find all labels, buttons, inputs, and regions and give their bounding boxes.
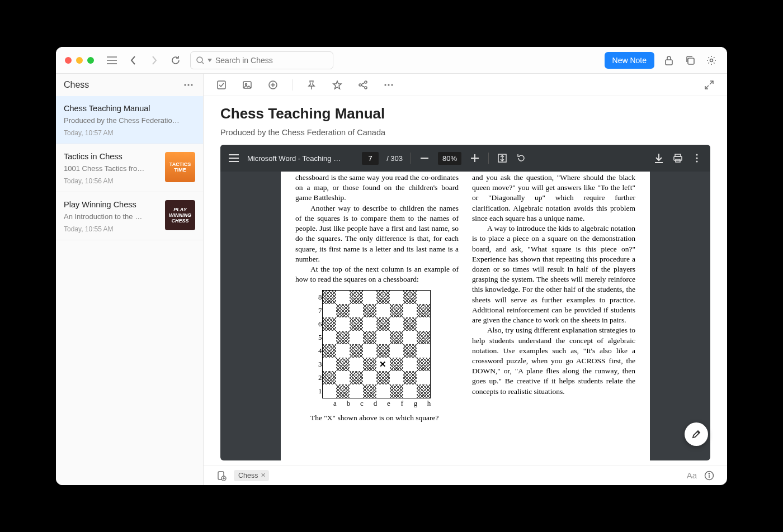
- svg-point-43: [696, 154, 697, 155]
- image-icon[interactable]: [240, 78, 254, 92]
- zoom-out-icon[interactable]: [419, 153, 430, 164]
- note-thumbnail: TACTICS TIME: [165, 152, 195, 182]
- info-icon[interactable]: [702, 469, 716, 482]
- pdf-text: chessboard is the same way you read the …: [295, 173, 459, 203]
- svg-line-28: [710, 81, 713, 84]
- pdf-viewer: Microsoft Word - Teaching … / 303 80%: [220, 145, 710, 460]
- share-icon[interactable]: [356, 78, 370, 92]
- pdf-text: Another way to describe to children the …: [295, 203, 459, 264]
- note-title: Chess Teaching Manual: [64, 104, 195, 113]
- svg-rect-6: [666, 60, 672, 65]
- pdf-document-title: Microsoft Word - Teaching …: [247, 154, 341, 163]
- svg-point-25: [384, 84, 386, 86]
- pdf-text: At the top of the next column is an exam…: [295, 264, 459, 284]
- svg-line-4: [202, 62, 204, 64]
- pdf-menu-icon[interactable]: [228, 153, 239, 164]
- note-subtitle: 1001 Chess Tactics fro…: [64, 164, 159, 173]
- note-content: Chess Teaching Manual Produced by the Ch…: [204, 96, 727, 465]
- note-subtitle: An Introduction to the …: [64, 212, 159, 221]
- star-icon[interactable]: [331, 78, 344, 92]
- maximize-window-button[interactable]: [87, 57, 94, 64]
- pdf-page-total: / 303: [386, 154, 403, 163]
- edit-fab[interactable]: [685, 422, 708, 446]
- sidebar-more-icon[interactable]: [182, 78, 195, 92]
- note-item-play-winning-chess[interactable]: Play Winning Chess An Introduction to th…: [56, 192, 203, 240]
- chevron-down-icon: [207, 59, 212, 62]
- tag-chip[interactable]: Chess ✕: [234, 470, 269, 481]
- svg-line-29: [705, 86, 709, 89]
- document-title: Chess Teaching Manual: [220, 105, 710, 122]
- svg-marker-5: [207, 59, 212, 62]
- document-subtitle: Produced by the Chess Federation of Cana…: [220, 128, 710, 137]
- svg-marker-19: [333, 81, 341, 89]
- note-time: Today, 10:55 AM: [64, 225, 159, 233]
- pdf-text: and you ask the question, "Where should …: [472, 173, 635, 224]
- svg-rect-41: [674, 156, 682, 160]
- checklist-icon[interactable]: [215, 78, 228, 92]
- note-footer: Chess ✕ Aa: [204, 465, 727, 485]
- add-icon[interactable]: [266, 78, 280, 92]
- svg-point-3: [197, 57, 202, 63]
- svg-point-9: [184, 84, 186, 86]
- pdf-zoom-level[interactable]: 80%: [438, 152, 461, 165]
- pdf-text: Also, try using different explanation st…: [472, 325, 635, 397]
- nav-forward-button[interactable]: [148, 54, 161, 67]
- app-window: New Note Chess Chess Teaching Manual: [56, 47, 727, 485]
- note-title: Play Winning Chess: [64, 200, 159, 209]
- expand-icon[interactable]: [702, 78, 716, 92]
- fit-page-icon[interactable]: [497, 153, 508, 164]
- pin-icon[interactable]: [305, 78, 318, 92]
- svg-point-45: [696, 160, 697, 162]
- tag-label: Chess: [238, 472, 258, 479]
- pdf-page-input[interactable]: [362, 152, 379, 165]
- sidebar-toggle-icon[interactable]: [105, 54, 119, 67]
- svg-point-27: [391, 84, 393, 86]
- new-note-button[interactable]: New Note: [605, 52, 654, 69]
- note-subtitle: Produced by the Chess Federatio…: [64, 116, 195, 125]
- svg-point-22: [365, 87, 367, 89]
- minimize-window-button[interactable]: [76, 57, 83, 64]
- note-item-tactics-in-chess[interactable]: Tactics in Chess 1001 Chess Tactics fro……: [56, 144, 203, 192]
- close-window-button[interactable]: [65, 57, 72, 64]
- svg-point-20: [359, 84, 361, 86]
- main: Chess Teaching Manual Produced by the Ch…: [204, 74, 727, 485]
- note-list: Chess Teaching Manual Produced by the Ch…: [56, 96, 203, 485]
- note-thumbnail: PLAY WINNING CHESS: [165, 200, 195, 230]
- notebook-title: Chess: [64, 80, 89, 90]
- text-style-button[interactable]: Aa: [687, 471, 697, 480]
- lock-icon[interactable]: [662, 54, 676, 67]
- nav-back-button[interactable]: [126, 54, 140, 67]
- zoom-in-icon[interactable]: [469, 153, 480, 164]
- sidebar-header: Chess: [56, 74, 203, 96]
- pdf-page-area[interactable]: chessboard is the same way you read the …: [220, 172, 710, 460]
- add-tag-icon[interactable]: [215, 469, 228, 482]
- reload-button[interactable]: [169, 54, 182, 67]
- note-item-chess-teaching-manual[interactable]: Chess Teaching Manual Produced by the Ch…: [56, 96, 203, 144]
- print-icon[interactable]: [672, 153, 683, 164]
- pdf-column-left: chessboard is the same way you read the …: [295, 173, 459, 449]
- settings-icon[interactable]: [705, 54, 718, 67]
- svg-point-44: [696, 157, 697, 159]
- pdf-text: The "X" shown above is on which square?: [295, 413, 459, 423]
- note-time: Today, 10:56 AM: [64, 177, 159, 185]
- note-title: Tactics in Chess: [64, 152, 159, 161]
- sidebar: Chess Chess Teaching Manual Produced by …: [56, 74, 204, 485]
- svg-line-24: [361, 86, 365, 87]
- more-icon[interactable]: [382, 78, 395, 92]
- pdf-page: chessboard is the same way you read the …: [281, 172, 650, 460]
- search-box[interactable]: [190, 51, 333, 69]
- search-input[interactable]: [215, 56, 327, 65]
- titlebar: New Note: [56, 47, 727, 74]
- svg-rect-7: [688, 58, 694, 64]
- svg-point-21: [365, 81, 367, 83]
- svg-line-23: [361, 83, 365, 84]
- pdf-more-icon[interactable]: [691, 153, 702, 164]
- rotate-icon[interactable]: [516, 153, 527, 164]
- pdf-column-right: and you ask the question, "Where should …: [472, 173, 635, 449]
- svg-point-10: [187, 84, 189, 86]
- tag-remove-icon[interactable]: ✕: [261, 472, 266, 479]
- svg-point-26: [388, 84, 389, 86]
- download-icon[interactable]: [653, 153, 664, 164]
- svg-point-8: [710, 59, 713, 61]
- copy-icon[interactable]: [683, 54, 697, 67]
